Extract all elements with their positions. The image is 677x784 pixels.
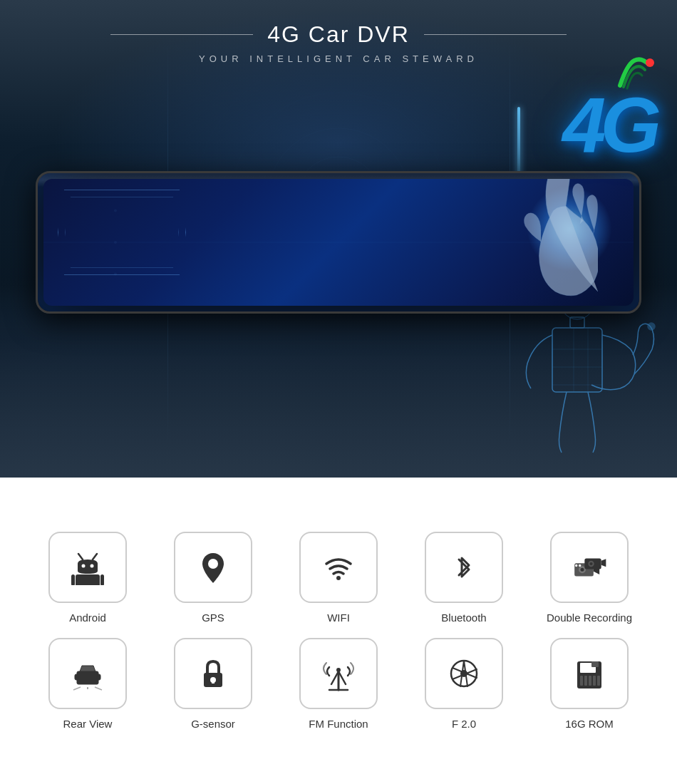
features-section: Android GPS — [0, 478, 677, 784]
signal-waves — [613, 57, 656, 93]
feature-android: Android — [29, 532, 147, 624]
svg-line-48 — [73, 687, 81, 690]
svg-point-32 — [208, 559, 218, 569]
mirror-device — [36, 171, 641, 314]
svg-line-49 — [95, 687, 102, 690]
bluetooth-label: Bluetooth — [441, 612, 486, 624]
hand-visual — [398, 179, 598, 306]
svg-point-6 — [646, 58, 654, 67]
android-icon-box — [48, 532, 127, 603]
fm-function-label: FM Function — [309, 718, 368, 730]
svg-line-24 — [93, 554, 97, 559]
feature-bluetooth: Bluetooth — [405, 532, 523, 624]
svg-point-10 — [114, 273, 117, 276]
feature-f20: F 2.0 — [405, 638, 523, 730]
svg-rect-27 — [76, 574, 100, 585]
svg-point-25 — [82, 564, 86, 568]
hero-subtitle: YOUR INTELLIGENT CAR STEWARD — [0, 53, 677, 64]
feature-g-sensor: G-sensor — [154, 638, 272, 730]
title-line: 4G Car DVR — [0, 21, 677, 48]
features-grid: Android GPS — [29, 532, 648, 730]
svg-rect-44 — [77, 671, 98, 684]
android-label: Android — [69, 612, 106, 624]
feature-fm-function: FM Function — [279, 638, 398, 730]
f20-icon-box — [425, 638, 503, 709]
hero-section: 4G Car DVR YOUR INTELLIGENT CAR STEWARD … — [0, 0, 677, 478]
svg-rect-52 — [212, 680, 215, 684]
svg-point-42 — [575, 564, 577, 567]
svg-rect-72 — [593, 676, 596, 686]
svg-rect-69 — [580, 676, 583, 686]
svg-rect-70 — [584, 676, 587, 686]
svg-rect-45 — [75, 674, 78, 680]
svg-point-41 — [589, 562, 592, 565]
svg-rect-29 — [100, 574, 104, 585]
feature-rear-view: Rear View — [29, 638, 147, 730]
feature-double-recording: Double Recording — [530, 532, 648, 624]
svg-point-26 — [91, 564, 94, 568]
double-recording-icon-box — [550, 532, 629, 603]
16g-rom-icon-box — [550, 638, 629, 709]
svg-point-33 — [336, 576, 341, 580]
svg-rect-14 — [552, 328, 602, 392]
bluetooth-icon-box — [425, 532, 503, 603]
rear-view-label: Rear View — [63, 718, 113, 730]
feature-gps: GPS — [154, 532, 272, 624]
svg-point-65 — [460, 670, 467, 677]
feature-wifi: WIFI — [279, 532, 398, 624]
svg-point-43 — [579, 564, 581, 567]
gps-label: GPS — [202, 612, 224, 624]
title-area: 4G Car DVR YOUR INTELLIGENT CAR STEWARD — [0, 21, 677, 64]
feature-16g-rom: 16G ROM — [530, 638, 648, 730]
wifi-icon-box — [299, 532, 378, 603]
fm-function-icon-box — [299, 638, 378, 709]
16g-rom-label: 16G ROM — [565, 718, 614, 730]
svg-marker-39 — [601, 559, 606, 567]
svg-rect-28 — [71, 574, 75, 585]
svg-point-37 — [581, 568, 584, 572]
title-hr-right — [424, 34, 567, 35]
gps-icon-box — [174, 532, 252, 603]
logo-4g-text: 4G — [562, 86, 656, 164]
hero-title: 4G Car DVR — [267, 21, 410, 48]
g-sensor-icon-box — [174, 638, 252, 709]
title-hr-left — [110, 34, 253, 35]
wifi-label: WIFI — [327, 612, 350, 624]
svg-point-58 — [336, 668, 341, 672]
svg-rect-71 — [589, 676, 591, 686]
double-recording-label: Double Recording — [547, 612, 632, 624]
svg-point-15 — [648, 323, 655, 330]
g-sensor-label: G-sensor — [191, 718, 235, 730]
svg-rect-73 — [597, 676, 600, 686]
svg-point-8 — [114, 210, 117, 212]
f20-label: F 2.0 — [452, 718, 476, 730]
logo-4g-area: 4G — [562, 64, 656, 164]
mirror-screen — [43, 179, 634, 306]
svg-point-9 — [114, 241, 117, 244]
svg-rect-68 — [591, 661, 599, 667]
svg-line-23 — [78, 554, 83, 559]
rear-view-icon-box — [48, 638, 127, 709]
svg-rect-46 — [97, 674, 100, 680]
